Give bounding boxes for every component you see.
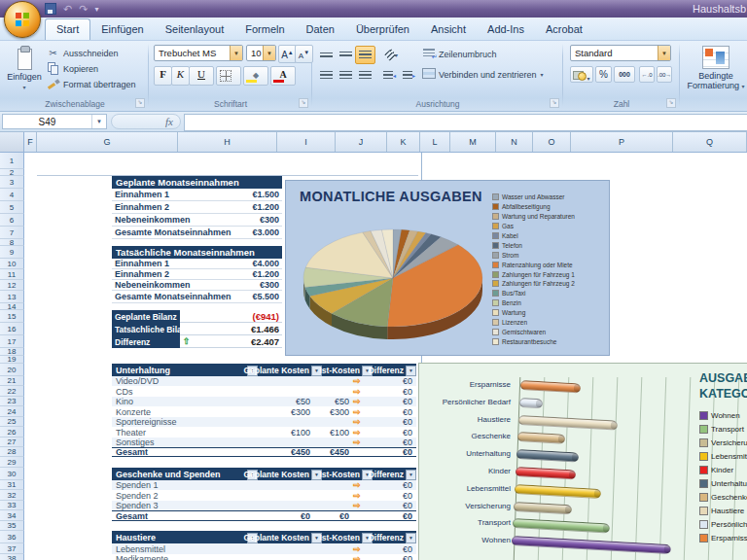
- row-header-33[interactable]: 33: [0, 501, 24, 510]
- row-header-3[interactable]: 3: [0, 176, 24, 189]
- bar-kinder[interactable]: [516, 467, 576, 479]
- filter-dropdown-icon[interactable]: ▼: [406, 366, 416, 376]
- dialog-launcher-icon[interactable]: ⇘: [550, 98, 559, 108]
- expense-row[interactable]: Sonstiges⇨€0: [112, 438, 416, 447]
- column-header-j[interactable]: J: [336, 132, 387, 152]
- italic-button[interactable]: K: [171, 66, 190, 86]
- decrease-decimal-button[interactable]: .00→: [657, 66, 672, 83]
- column-header-m[interactable]: M: [450, 132, 496, 152]
- row-header-35[interactable]: 35: [0, 521, 24, 531]
- income-row[interactable]: Einnahmen 1€4.000: [112, 259, 282, 269]
- income-row[interactable]: Nebeneinkommen€300: [112, 214, 282, 227]
- balance-row-value[interactable]: €1.466: [180, 323, 282, 335]
- income-row[interactable]: Einnahmen 1€1.500: [112, 189, 282, 201]
- income-row[interactable]: Einnahmen 2€1.200: [112, 201, 282, 214]
- row-header-1[interactable]: 1: [0, 153, 24, 169]
- number-format-dropdown-icon[interactable]: ▼: [658, 46, 670, 60]
- percent-style-button[interactable]: %: [595, 66, 612, 83]
- select-all-corner[interactable]: [0, 132, 24, 152]
- align-middle-button[interactable]: [336, 46, 356, 64]
- expense-row[interactable]: Spenden 2⇨€0: [112, 490, 416, 501]
- expense-row[interactable]: Sportereignisse⇨€0: [112, 417, 416, 427]
- increase-decimal-button[interactable]: ←.0: [639, 66, 655, 83]
- row-header-34[interactable]: 34: [0, 510, 24, 521]
- column-header-h[interactable]: H: [178, 132, 277, 152]
- income-row[interactable]: Nebeneinkommen€300: [112, 280, 282, 291]
- column-header-k[interactable]: K: [387, 132, 420, 152]
- shrink-font-button[interactable]: A▼: [295, 45, 313, 63]
- align-bottom-button[interactable]: [355, 46, 375, 64]
- row-header-28[interactable]: 28: [0, 447, 24, 457]
- row-header-31[interactable]: 31: [0, 480, 24, 490]
- align-right-button[interactable]: [355, 66, 375, 85]
- row-header-14[interactable]: 14: [0, 303, 24, 310]
- underline-button[interactable]: U: [189, 66, 214, 86]
- expense-row[interactable]: Konzerte€300€300⇨€0: [112, 406, 416, 417]
- tab-daten[interactable]: Daten: [296, 19, 345, 40]
- dialog-launcher-icon[interactable]: ⇘: [299, 98, 308, 108]
- row-header-12[interactable]: 12: [0, 280, 24, 291]
- row-header-25[interactable]: 25: [0, 417, 24, 427]
- dialog-launcher-icon[interactable]: ⇘: [666, 98, 676, 108]
- row-header-38[interactable]: 38: [0, 554, 24, 560]
- bar-geschenke[interactable]: [517, 432, 565, 444]
- tab-seitenlayout[interactable]: Seitenlayout: [155, 19, 235, 40]
- align-left-button[interactable]: [316, 66, 337, 85]
- expense-row[interactable]: Kino€50€50⇨€0: [112, 397, 416, 406]
- redo-icon[interactable]: ↷: [79, 4, 88, 15]
- format-painter-button[interactable]: Format übertragen: [47, 77, 136, 91]
- tab-acrobat[interactable]: Acrobat: [535, 19, 593, 40]
- row-header-16[interactable]: 16: [0, 323, 24, 335]
- expense-row[interactable]: Video/DVD⇨€0: [112, 376, 416, 386]
- row-header-5[interactable]: 5: [0, 201, 24, 214]
- bar-haustiere[interactable]: [518, 415, 618, 431]
- font-name-dropdown-icon[interactable]: ▼: [230, 46, 242, 60]
- fill-color-button[interactable]: ◆: [243, 66, 268, 86]
- number-format-select[interactable]: Standard▼: [570, 45, 671, 61]
- expense-total-row[interactable]: Gesamt€0€0€0: [112, 510, 416, 521]
- bar-unterhaltung[interactable]: [516, 449, 579, 463]
- font-color-button[interactable]: A: [270, 66, 296, 86]
- row-header-4[interactable]: 4: [0, 189, 24, 201]
- office-button[interactable]: [4, 1, 41, 38]
- merge-center-button[interactable]: Verbinden und zentrieren ▾: [422, 67, 544, 82]
- column-header-n[interactable]: N: [496, 132, 533, 152]
- increase-indent-button[interactable]: ▸: [399, 66, 419, 85]
- row-header-15[interactable]: 15: [0, 310, 24, 323]
- row-header-6[interactable]: 6: [0, 214, 24, 227]
- row-header-21[interactable]: 21: [0, 376, 24, 386]
- row-header-24[interactable]: 24: [0, 406, 24, 417]
- filter-dropdown-icon[interactable]: ▼: [406, 470, 416, 480]
- row-header-32[interactable]: 32: [0, 490, 24, 501]
- expense-row[interactable]: Medikamente⇨€0: [112, 554, 416, 560]
- align-center-button[interactable]: [336, 66, 356, 85]
- conditional-formatting-button[interactable]: Bedingte Formatierung ▾: [685, 43, 747, 103]
- borders-button[interactable]: [216, 66, 241, 86]
- expense-row[interactable]: Lebensmittel⇨€0: [112, 543, 416, 554]
- bar-chart-object[interactable]: ErsparnissePersönlicher BedarfHaustiereG…: [418, 363, 747, 560]
- tab-add-ins[interactable]: Add-Ins: [477, 19, 535, 40]
- column-header-i[interactable]: I: [277, 132, 336, 152]
- bar-pers-nlicher-bedarf[interactable]: [519, 398, 544, 408]
- row-header-22[interactable]: 22: [0, 386, 24, 397]
- cut-button[interactable]: ✂Ausschneiden: [47, 46, 119, 60]
- bold-button[interactable]: F: [154, 66, 172, 86]
- align-top-button[interactable]: [316, 46, 337, 64]
- font-size-dropdown-icon[interactable]: ▼: [263, 46, 275, 60]
- qat-dropdown-icon[interactable]: ▾: [94, 5, 98, 14]
- row-header-2[interactable]: 2: [0, 169, 24, 176]
- filter-dropdown-icon[interactable]: ▼: [406, 533, 416, 543]
- row-header-23[interactable]: 23: [0, 397, 24, 406]
- paste-dropdown-icon[interactable]: ▾: [22, 85, 25, 90]
- comma-style-button[interactable]: 000: [614, 66, 635, 83]
- formula-input[interactable]: [184, 114, 747, 131]
- balance-row-value[interactable]: €2.407: [180, 335, 282, 348]
- save-icon[interactable]: [45, 3, 56, 15]
- income-row[interactable]: Gesamte Monatseinnahmen€3.000: [112, 227, 282, 239]
- column-header-l[interactable]: L: [420, 132, 450, 152]
- tab-überprüfen[interactable]: Überprüfen: [345, 19, 420, 40]
- row-header-9[interactable]: 9: [0, 246, 24, 259]
- row-header-8[interactable]: 8: [0, 239, 24, 246]
- bar-ersparnisse[interactable]: [520, 380, 581, 393]
- column-header-p[interactable]: P: [571, 132, 673, 152]
